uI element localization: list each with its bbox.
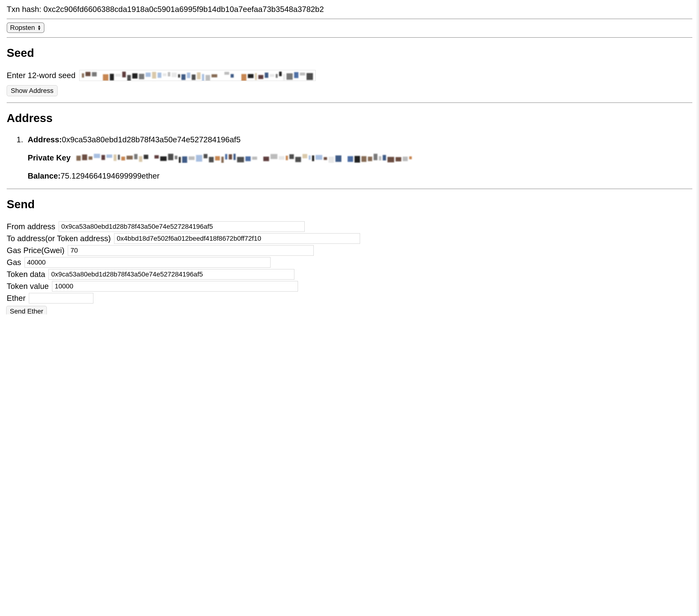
- address-list: Address:0x9ca53a80ebd1d28b78f43a50e74e52…: [7, 135, 692, 181]
- token-data-row: Token data: [7, 269, 692, 279]
- redacted-content: [76, 154, 690, 162]
- token-data-label: Token data: [7, 270, 45, 279]
- address-label: Address:: [28, 135, 62, 144]
- to-address-row: To address(or Token address): [7, 233, 692, 244]
- address-value: 0x9ca53a80ebd1d28b78f43a50e74e527284196a…: [62, 135, 241, 144]
- private-key-line: Private Key: [28, 152, 692, 163]
- token-data-input[interactable]: [49, 269, 294, 279]
- seed-input-label: Enter 12-word seed: [7, 71, 76, 80]
- seed-input[interactable]: [79, 70, 316, 81]
- address-line: Address:0x9ca53a80ebd1d28b78f43a50e74e52…: [28, 135, 692, 144]
- scrollbar-shadow: [696, 0, 699, 319]
- network-selector-row: Ropsten ▲ ▼: [7, 19, 692, 37]
- txn-hash-line: Txn hash: 0xc2c906fd6606388cda1918a0c590…: [7, 5, 692, 14]
- to-address-label: To address(or Token address): [7, 234, 111, 243]
- redacted-content: [82, 71, 313, 79]
- ether-input[interactable]: [29, 293, 93, 303]
- balance-line: Balance:75.1294664194699999ether: [28, 171, 692, 181]
- divider: [7, 102, 692, 103]
- seed-heading: Seed: [7, 46, 692, 60]
- balance-label: Balance:: [28, 171, 61, 180]
- token-value-input[interactable]: [52, 281, 298, 291]
- divider: [7, 37, 692, 38]
- ether-row: Ether: [7, 293, 692, 303]
- gas-input[interactable]: [25, 257, 271, 268]
- txn-hash-label: Txn hash:: [7, 5, 43, 14]
- to-address-input[interactable]: [114, 233, 360, 244]
- send-ether-button[interactable]: Send Ether: [6, 306, 47, 314]
- send-heading: Send: [7, 198, 692, 211]
- from-address-input[interactable]: [59, 221, 305, 232]
- token-value-label: Token value: [7, 282, 49, 291]
- gas-label: Gas: [7, 258, 21, 267]
- gas-row: Gas: [7, 257, 692, 268]
- address-heading: Address: [7, 112, 692, 124]
- divider: [7, 188, 692, 189]
- network-select-value: Ropsten: [10, 24, 35, 31]
- balance-unit: ether: [142, 171, 159, 180]
- updown-icon: ▲ ▼: [37, 25, 41, 30]
- gas-price-label: Gas Price(Gwei): [7, 246, 64, 255]
- txn-hash-value: 0xc2c906fd6606388cda1918a0c5901a6995f9b1…: [43, 5, 324, 14]
- show-address-button[interactable]: Show Address: [7, 85, 57, 96]
- from-address-label: From address: [7, 222, 55, 231]
- ether-label: Ether: [7, 294, 26, 303]
- gas-price-row: Gas Price(Gwei): [7, 245, 692, 256]
- send-ether-button-cutoff: Send Ether: [6, 306, 692, 314]
- private-key-redacted: [74, 152, 692, 163]
- from-address-row: From address: [7, 221, 692, 232]
- private-key-label: Private Key: [28, 153, 71, 162]
- seed-input-row: Enter 12-word seed: [7, 70, 692, 81]
- address-list-item: Address:0x9ca53a80ebd1d28b78f43a50e74e52…: [25, 135, 692, 181]
- balance-value: 75.1294664194699999: [61, 171, 142, 180]
- network-select[interactable]: Ropsten ▲ ▼: [7, 23, 44, 33]
- token-value-row: Token value: [7, 281, 692, 291]
- gas-price-input[interactable]: [68, 245, 314, 256]
